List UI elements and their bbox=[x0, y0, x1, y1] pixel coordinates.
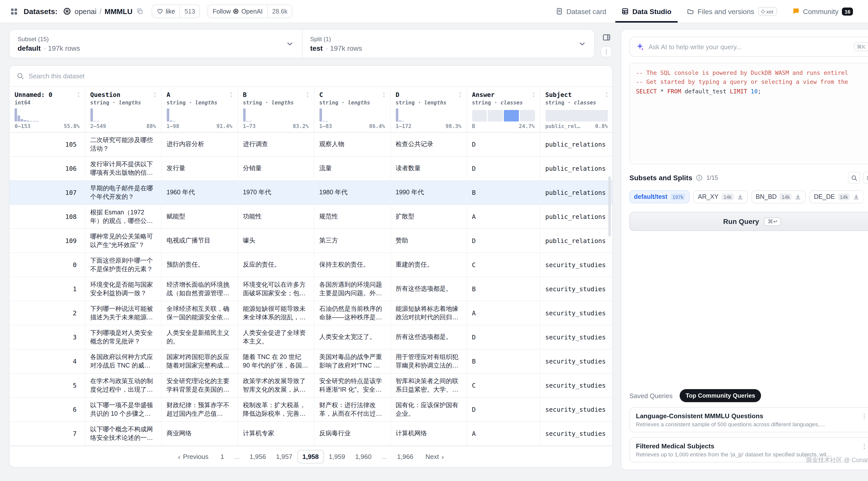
cell-d[interactable]: 所有这些选项都是。 bbox=[390, 325, 467, 349]
cell-d[interactable]: 重建的责任。 bbox=[390, 253, 467, 277]
cell-row-index[interactable]: 109 bbox=[9, 229, 85, 253]
sort-icon[interactable]: ▴▾ bbox=[152, 91, 156, 98]
cell-row-index[interactable]: 3 bbox=[9, 325, 85, 349]
kebab-icon[interactable]: ⋮ bbox=[860, 412, 868, 420]
cell-c[interactable]: 规范性 bbox=[314, 204, 390, 229]
cell-question[interactable]: 在学术与政策互动的制度化过程中，出现了哪些… bbox=[85, 373, 161, 397]
cell-d[interactable]: 赞助 bbox=[390, 229, 467, 253]
column-header-b[interactable]: B▴▾string · lengths1–7383.2% bbox=[238, 87, 314, 132]
cell-question[interactable]: 环境变化是否能与国家安全利益协调一致？ bbox=[85, 277, 161, 301]
split-selector[interactable]: Split (1) test197k rows bbox=[302, 30, 594, 58]
table-row[interactable]: 0下面这些原则中哪一个不是保护责任的元素？预防的责任。反应的责任。保持主权的责任… bbox=[9, 253, 613, 277]
cell-row-index[interactable]: 107 bbox=[9, 181, 85, 204]
cell-c[interactable]: 财产权：进行法律改革，从而在不付出过高代价… bbox=[314, 397, 390, 421]
cell-subject[interactable]: security_studies bbox=[540, 349, 613, 373]
cell-c[interactable]: 反病毒行业 bbox=[314, 421, 390, 446]
cell-subject[interactable]: public_relations bbox=[540, 229, 613, 253]
table-row[interactable]: 109哪种常见的公关策略可以产生“光环效应”？电视或广播节目噱头第三方赞助Dpu… bbox=[9, 229, 613, 253]
cell-d[interactable]: 智库和决策者之间的联系日益紧密。大学、智库… bbox=[390, 373, 467, 397]
cell-b[interactable]: 人类安全促进了全球资本主义。 bbox=[238, 325, 314, 349]
cell-a[interactable]: 预防的责任。 bbox=[161, 253, 238, 277]
download-icon[interactable] bbox=[737, 194, 743, 200]
cell-d[interactable]: 检查公共记录 bbox=[390, 132, 467, 156]
column-header-subject[interactable]: Subject▴▾string · classespublic_rel…0.8% bbox=[540, 87, 613, 132]
download-icon[interactable] bbox=[795, 194, 801, 200]
download-icon[interactable] bbox=[853, 194, 860, 200]
tab-dataset-card[interactable]: Dataset card bbox=[549, 0, 612, 23]
subset-selector[interactable]: Subset (15) default197k rows bbox=[9, 30, 302, 58]
sort-icon[interactable]: ▴▾ bbox=[75, 91, 80, 98]
cell-subject[interactable]: public_relations bbox=[540, 181, 613, 204]
cell-a[interactable]: 国家对跨国犯罪的反应随着对国家完整构成的威… bbox=[161, 349, 238, 373]
column-header-question[interactable]: Question▴▾string · lengths2–54988% bbox=[85, 87, 161, 132]
sql-editor[interactable]: -- The SQL console is powered by DuckDB … bbox=[629, 63, 868, 164]
cell-a[interactable]: 赋能型 bbox=[161, 204, 238, 229]
tab-files-and-versions[interactable]: Files and versionsxet bbox=[680, 0, 783, 23]
table-row[interactable]: 4各国政府以何种方式应对冷战后 TNC 的威胁？国家对跨国犯罪的反应随着对国家完… bbox=[9, 349, 613, 373]
cell-b[interactable]: 政策学术的发展导致了智库文化的发展，从政策… bbox=[238, 373, 314, 397]
cell-subject[interactable]: security_studies bbox=[540, 421, 613, 446]
cell-answer[interactable]: C bbox=[467, 373, 540, 397]
sort-icon[interactable]: ▴▾ bbox=[381, 91, 385, 98]
cell-answer[interactable]: D bbox=[467, 132, 540, 156]
subset-chip-bn-bd[interactable]: BN_BD14k bbox=[751, 190, 806, 203]
tab-top-community-queries[interactable]: Top Community Queries bbox=[680, 389, 761, 402]
next-page-button[interactable]: Next› bbox=[421, 453, 449, 460]
cell-b[interactable]: 进行调查 bbox=[238, 132, 314, 156]
cell-row-index[interactable]: 1 bbox=[9, 277, 85, 301]
cell-a[interactable]: 1960 年代 bbox=[161, 181, 238, 204]
cell-answer[interactable]: D bbox=[467, 325, 540, 349]
cell-d[interactable]: 扩散型 bbox=[390, 204, 467, 229]
cell-question[interactable]: 以下哪个概念不构成网络安全技术论述的一部分？ bbox=[85, 421, 161, 446]
table-row[interactable]: 2下列哪一种说法可能被描述为关于未来能源安全…全球经济相互关联，确保一国的能源安… bbox=[9, 301, 613, 325]
cell-subject[interactable]: public_relations bbox=[540, 204, 613, 229]
cell-b[interactable]: 税制改革：扩大税基，降低边际税率，完善税收… bbox=[238, 397, 314, 421]
cell-answer[interactable]: A bbox=[467, 421, 540, 446]
cell-row-index[interactable]: 5 bbox=[9, 373, 85, 397]
cell-a[interactable]: 电视或广播节目 bbox=[161, 229, 238, 253]
page-button-1956[interactable]: 1,956 bbox=[245, 450, 271, 463]
cell-c[interactable]: 安全研究的特点是该学科逐渐“IR 化”。安全研… bbox=[314, 373, 390, 397]
cell-row-index[interactable]: 6 bbox=[9, 397, 85, 421]
cell-row-index[interactable]: 4 bbox=[9, 349, 85, 373]
cell-subject[interactable]: security_studies bbox=[540, 325, 613, 349]
cell-c[interactable]: 人类安全太宽泛了。 bbox=[314, 325, 390, 349]
tab-community[interactable]: Community16 bbox=[786, 0, 859, 23]
column-header-answer[interactable]: Answer▴▾string · classesB24.7% bbox=[467, 87, 540, 132]
table-row[interactable]: 7以下哪个概念不构成网络安全技术论述的一部分？商业网络计算机专家反病毒行业计算机… bbox=[9, 421, 613, 446]
cell-b[interactable]: 反应的责任。 bbox=[238, 253, 314, 277]
subset-chip-de-de[interactable]: DE_DE14k bbox=[809, 190, 864, 203]
table-scrollbar[interactable] bbox=[608, 176, 611, 236]
cell-d[interactable]: 用于管理应对有组织犯罪幽灵和协调立法的规范… bbox=[390, 349, 467, 373]
cell-question[interactable]: 各国政府以何种方式应对冷战后 TNC 的威胁？ bbox=[85, 349, 161, 373]
cell-b[interactable]: 噱头 bbox=[238, 229, 314, 253]
chips-scroll-right-button[interactable] bbox=[860, 189, 868, 205]
column-header-d[interactable]: D▴▾string · lengths1–17298.3% bbox=[390, 87, 467, 132]
cell-c[interactable]: 第三方 bbox=[314, 229, 390, 253]
table-row[interactable]: 107早期的电子邮件是在哪个年代开发的？1960 年代1970 年代1980 年… bbox=[9, 181, 613, 204]
cell-subject[interactable]: security_studies bbox=[540, 373, 613, 397]
cell-a[interactable]: 全球经济相互关联，确保一国的能源安全依赖于… bbox=[161, 301, 238, 325]
subset-chip-default-test[interactable]: default/test197k bbox=[629, 190, 690, 203]
cell-a[interactable]: 人类安全是新殖民主义的。 bbox=[161, 325, 238, 349]
cell-b[interactable]: 能源短缺很可能导致未来全球体系的混乱，并出… bbox=[238, 301, 314, 325]
cell-a[interactable]: 经济增长面临的环境挑战（如自然资源管理和就… bbox=[161, 277, 238, 301]
org-link[interactable]: openai bbox=[74, 7, 96, 15]
cell-c[interactable]: 1980 年代 bbox=[314, 181, 390, 204]
page-button-1960[interactable]: 1,960 bbox=[350, 450, 376, 463]
cell-subject[interactable]: public_relations bbox=[540, 132, 613, 156]
cell-b[interactable]: 1970 年代 bbox=[238, 181, 314, 204]
cell-b[interactable]: 环境变化可以在许多方面破坏国家安全；包括削… bbox=[238, 277, 314, 301]
cell-subject[interactable]: security_studies bbox=[540, 277, 613, 301]
cell-answer[interactable]: B bbox=[467, 277, 540, 301]
cell-answer[interactable]: D bbox=[467, 397, 540, 421]
cell-b[interactable]: 计算机专家 bbox=[238, 421, 314, 446]
cell-answer[interactable]: B bbox=[467, 181, 540, 204]
cell-answer[interactable]: B bbox=[467, 349, 540, 373]
cell-d[interactable]: 1990 年代 bbox=[390, 181, 467, 204]
cell-b[interactable]: 功能性 bbox=[238, 204, 314, 229]
cell-subject[interactable]: public_relations bbox=[540, 156, 613, 181]
cell-d[interactable]: 所有这些选项都是。 bbox=[390, 277, 467, 301]
cell-answer[interactable]: D bbox=[467, 156, 540, 181]
cell-c[interactable]: 流量 bbox=[314, 156, 390, 181]
